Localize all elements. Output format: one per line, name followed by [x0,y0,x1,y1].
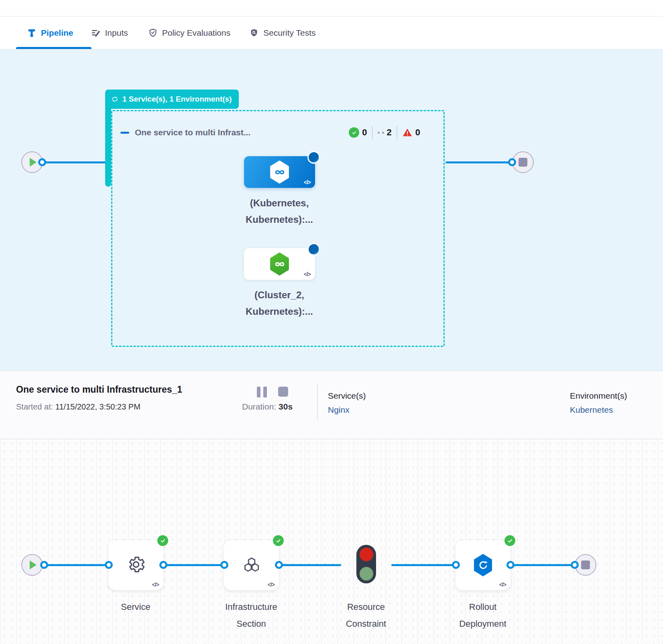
end-port [508,158,516,166]
stop-button[interactable] [278,387,288,397]
services-label: Service(s) [328,391,366,401]
counts-divider [372,126,373,139]
tab-pipeline[interactable]: Pipeline [27,28,73,38]
step-label-rollout-deployment: Rollout Deployment [439,599,527,632]
failed-count: 0 [402,127,420,138]
environments-label: Environment(s) [570,391,627,401]
collapse-minus-icon[interactable] [120,132,129,134]
graph-start-node [21,554,43,576]
connector-line [510,564,575,566]
port [275,561,283,569]
port [571,561,579,569]
label-line1: Resource [322,599,410,615]
step-service[interactable]: </> [108,540,163,590]
tab-security-tests[interactable]: Security Tests [249,28,315,38]
stage-graph-panel: 1 Service(s), 1 Environment(s) One servi… [0,49,663,371]
tab-label: Pipeline [41,28,73,38]
details-divider [317,384,318,421]
environments-block: Environment(s) Kubernetes [570,391,627,415]
started-at: Started at: 11/15/2022, 3:50:23 PM [16,402,140,412]
matrix-node-kubernetes[interactable]: </> [244,156,315,188]
loop-icon [111,95,119,103]
top-strip [0,0,663,16]
success-check-icon [349,127,359,138]
traffic-light-red [360,548,373,561]
harness-hexagon-icon [269,161,291,184]
stop-icon [519,158,527,167]
play-icon [30,158,37,167]
policy-shield-check-icon [148,28,158,38]
node-status-ring-icon [307,243,320,256]
connector-line [391,564,456,566]
stage-group-header: One service to multi Infrast... 0 2 [120,126,420,139]
tab-label: Security Tests [263,28,315,38]
tab-inputs[interactable]: Inputs [91,28,128,38]
counts-divider [397,126,397,139]
tab-bar: Pipeline Inputs Policy Evaluations Secur… [0,16,663,49]
label-line1: Service [92,599,180,615]
service-link[interactable]: Nginx [328,405,366,415]
status-counts: 0 2 0 [349,126,420,139]
stage-matrix-badge[interactable]: 1 Service(s), 1 Environment(s) [105,90,239,109]
connector-line [279,564,341,566]
tab-label: Policy Evaluations [162,28,230,38]
failed-count-value: 0 [415,127,420,138]
step-label-service: Service [92,599,180,615]
step-rollout-deployment[interactable]: </> [456,540,510,590]
play-icon [30,560,37,569]
step-label-resource-constraint: Resource Constraint [322,599,410,632]
view-yaml-button[interactable]: </> [499,581,506,588]
label-line2: Deployment [439,615,527,632]
port [220,561,228,569]
execution-title: One service to multi Infrastructures_1 [16,384,182,395]
port [506,561,515,569]
inputs-icon [91,28,101,38]
port [40,561,48,569]
connector-line [41,161,106,163]
running-dots-icon [378,132,384,134]
step-infrastructure[interactable]: </> [224,540,279,590]
port [105,561,113,569]
success-check-icon [273,535,284,546]
gear-icon [126,554,146,576]
connector-line [43,564,109,566]
stage-badge-label: 1 Service(s), 1 Environment(s) [122,95,232,104]
step-label-infrastructure: Infrastructure Section [207,599,295,632]
label-line1: Infrastructure [207,599,295,615]
node-status-ring-icon [307,151,320,164]
matrix-node-cluster2[interactable]: </> [244,248,315,280]
success-count: 0 [349,127,367,138]
success-check-icon [157,535,168,546]
view-yaml-button[interactable]: </> [152,581,159,588]
execution-details-bar: One service to multi Infrastructures_1 S… [0,371,663,439]
success-count-value: 0 [362,127,367,138]
running-count: 2 [378,127,392,138]
success-check-icon [504,535,515,546]
stage-group-box: One service to multi Infrast... 0 2 [111,110,445,347]
port [159,561,167,569]
start-port [38,158,46,166]
harness-hexagon-icon [269,253,291,276]
hexagons-icon [241,555,262,576]
environment-link[interactable]: Kubernetes [570,405,627,415]
rollout-icon [473,554,494,577]
view-yaml-button[interactable]: </> [268,581,275,588]
tab-label: Inputs [105,28,128,38]
duration: Duration: 30s [242,402,293,412]
view-yaml-button[interactable]: </> [304,179,311,185]
view-yaml-button[interactable]: </> [304,271,311,277]
connector-line [445,161,510,163]
pause-button[interactable] [257,387,267,397]
services-block: Service(s) Nginx [328,391,366,415]
traffic-light-green [360,567,373,581]
port [452,561,460,569]
started-at-label: Started at: [16,402,53,411]
duration-label: Duration: [242,402,276,411]
tab-policy-evaluations[interactable]: Policy Evaluations [148,28,230,38]
connector-line [163,564,224,566]
active-tab-underline [16,47,92,49]
step-graph-panel: </> </> [0,439,663,644]
label-line2: Section [207,615,295,632]
step-resource-constraint[interactable] [356,545,376,583]
label-line1: Rollout [439,599,527,615]
